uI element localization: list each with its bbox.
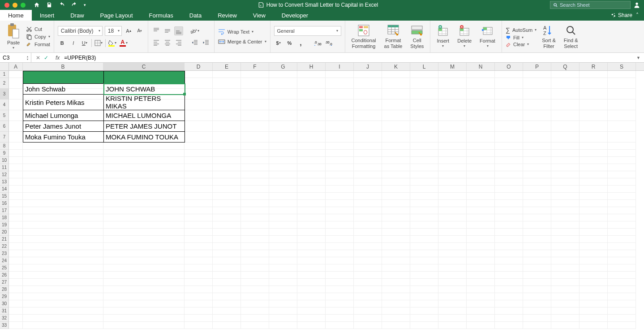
cell[interactable] [23, 71, 104, 84]
cell[interactable] [241, 279, 269, 286]
cell[interactable] [269, 229, 297, 236]
cell[interactable] [241, 229, 269, 236]
cell[interactable] [185, 178, 213, 186]
cell[interactable] [523, 171, 551, 178]
cell[interactable] [523, 157, 551, 164]
wrap-text-button[interactable]: Wrap Text [218, 29, 266, 35]
cell[interactable] [354, 307, 382, 315]
cell[interactable] [523, 293, 551, 300]
cell[interactable] [382, 243, 410, 250]
cell[interactable] [9, 293, 23, 300]
cell[interactable] [438, 236, 467, 243]
cell[interactable]: Moka Fumino Touka [23, 132, 104, 143]
user-account-icon[interactable] [633, 1, 640, 9]
row-header[interactable]: 9 [0, 150, 9, 157]
tab-page-layout[interactable]: Page Layout [92, 10, 141, 21]
cell[interactable] [410, 315, 438, 322]
col-header[interactable]: I [326, 63, 354, 70]
cell[interactable] [297, 157, 326, 164]
cell[interactable] [382, 178, 410, 186]
cell[interactable] [23, 236, 103, 243]
cell[interactable] [495, 279, 523, 286]
fill-handle[interactable] [183, 93, 186, 95]
cell[interactable] [523, 99, 551, 110]
cell[interactable] [410, 322, 438, 329]
cell[interactable] [608, 307, 636, 315]
cell[interactable] [467, 264, 495, 272]
cell[interactable] [326, 250, 354, 257]
cell[interactable] [354, 257, 382, 264]
cell[interactable] [354, 78, 382, 89]
cell[interactable] [354, 164, 382, 171]
cell[interactable] [9, 132, 23, 143]
col-header[interactable]: H [297, 63, 326, 70]
cell[interactable] [297, 150, 326, 157]
cell[interactable] [297, 257, 326, 264]
cell[interactable] [9, 164, 23, 171]
cell[interactable] [551, 207, 580, 214]
cell[interactable] [495, 257, 523, 264]
cell[interactable]: Peter James Junot [23, 121, 104, 132]
cell[interactable] [269, 272, 297, 279]
cell[interactable] [23, 150, 103, 157]
cell[interactable] [213, 214, 241, 221]
col-header[interactable]: A [9, 63, 23, 70]
cell[interactable] [467, 200, 495, 207]
cell[interactable] [185, 300, 213, 307]
tab-draw[interactable]: Draw [62, 10, 92, 21]
cell[interactable] [326, 272, 354, 279]
cell[interactable] [213, 272, 241, 279]
cell[interactable] [467, 257, 495, 264]
cell[interactable] [23, 221, 103, 229]
cell[interactable] [467, 322, 495, 329]
cell[interactable] [551, 71, 580, 78]
undo-icon[interactable] [59, 2, 65, 8]
cell[interactable] [326, 121, 354, 132]
cell[interactable] [382, 89, 410, 99]
cell[interactable] [103, 300, 185, 307]
cell[interactable] [213, 250, 241, 257]
cell[interactable] [326, 300, 354, 307]
cell[interactable] [354, 200, 382, 207]
cell[interactable] [23, 257, 103, 264]
col-header[interactable]: J [354, 63, 382, 70]
cell[interactable] [297, 186, 326, 193]
cell[interactable] [326, 322, 354, 329]
cell[interactable] [382, 193, 410, 200]
format-as-table-button[interactable]: Format as Table [382, 24, 405, 48]
cell[interactable] [326, 171, 354, 178]
cell[interactable] [9, 121, 23, 132]
cell[interactable] [326, 89, 354, 99]
cell[interactable] [354, 264, 382, 272]
cell[interactable] [523, 264, 551, 272]
cell[interactable] [438, 71, 467, 78]
cell[interactable] [410, 110, 438, 121]
cell[interactable] [382, 264, 410, 272]
row-header[interactable]: 13 [0, 178, 9, 186]
cell[interactable] [241, 71, 269, 78]
cell[interactable] [608, 236, 636, 243]
cell[interactable] [438, 214, 467, 221]
cell[interactable] [185, 99, 213, 110]
cell[interactable] [269, 286, 297, 293]
cell[interactable] [438, 193, 467, 200]
cell[interactable] [269, 89, 297, 99]
cell[interactable] [410, 89, 438, 99]
cell[interactable] [103, 315, 185, 322]
row-header[interactable]: 32 [0, 315, 9, 322]
cell[interactable] [23, 157, 103, 164]
cell[interactable] [354, 315, 382, 322]
cell[interactable] [438, 164, 467, 171]
cell[interactable] [608, 157, 636, 164]
row-header[interactable]: 8 [0, 143, 9, 150]
cell[interactable] [495, 322, 523, 329]
cell[interactable] [326, 286, 354, 293]
cell[interactable] [354, 121, 382, 132]
cell[interactable] [382, 293, 410, 300]
cell[interactable] [213, 221, 241, 229]
cell[interactable] [103, 322, 185, 329]
cell[interactable] [213, 143, 241, 150]
cell[interactable] [551, 171, 580, 178]
col-header[interactable]: D [185, 63, 213, 70]
cell[interactable]: PETER JAMES JUNOT [104, 121, 185, 132]
